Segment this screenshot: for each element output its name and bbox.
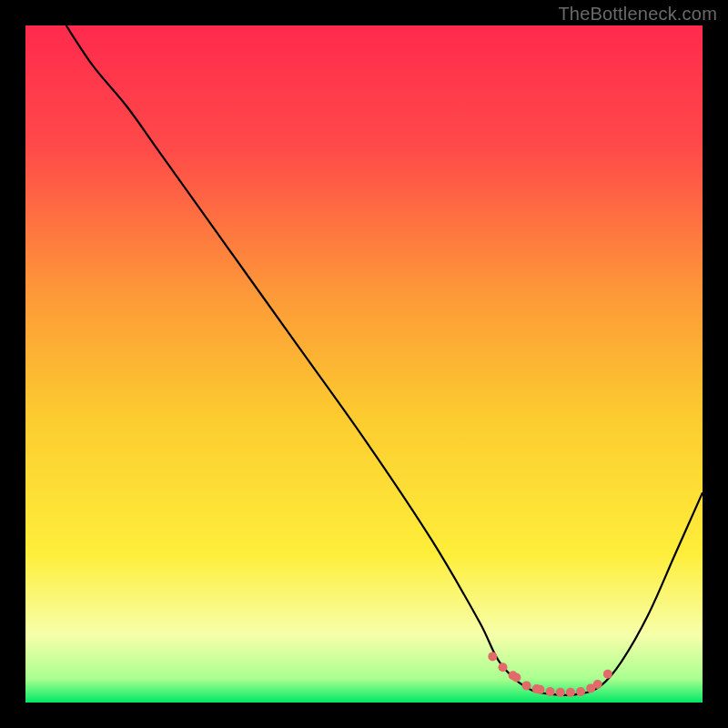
optimal-point-marker xyxy=(566,688,575,697)
optimal-point-marker xyxy=(603,670,612,679)
optimal-point-marker xyxy=(511,672,521,682)
optimal-point-marker xyxy=(522,681,531,690)
optimal-point-marker xyxy=(576,687,585,696)
plot-background-gradient xyxy=(25,25,703,703)
optimal-point-marker xyxy=(556,688,565,697)
chart-container: TheBottleneck.com xyxy=(0,0,728,728)
optimal-point-marker xyxy=(593,680,602,689)
optimal-point-marker xyxy=(488,652,497,661)
optimal-point-marker xyxy=(546,687,555,696)
optimal-point-marker xyxy=(499,662,508,672)
optimal-point-marker xyxy=(535,685,544,694)
watermark-text: TheBottleneck.com xyxy=(558,4,717,25)
bottleneck-chart xyxy=(0,0,728,728)
